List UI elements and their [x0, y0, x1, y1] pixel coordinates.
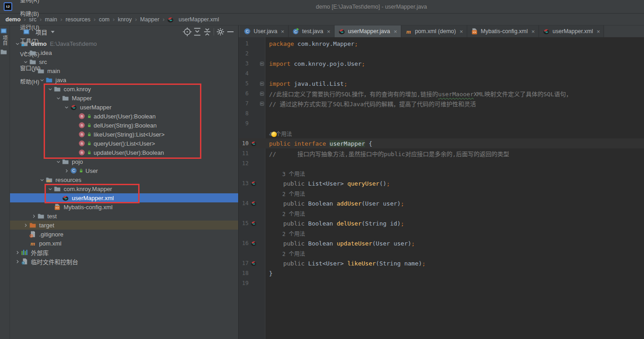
tree-row-queryuser-list-user[interactable]: mqueryUser():List<User> — [10, 139, 238, 148]
tree-row-test[interactable]: test — [10, 211, 238, 221]
chevron-right-icon[interactable] — [30, 212, 37, 220]
code-line[interactable]: public Boolean updateUser(User user); — [265, 240, 415, 247]
code-line[interactable]: public Boolean delUser(String id); — [265, 220, 404, 227]
menu-item-运行-u[interactable]: 运行(U) — [16, 20, 45, 34]
tree-row-deluser-string-boolean[interactable]: mdelUser(String):Boolean — [10, 121, 238, 130]
code-line[interactable]: import com.knroy.pojo.User; — [265, 60, 365, 67]
chevron-down-icon[interactable] — [63, 103, 70, 111]
fold-marker-icon[interactable]: − — [258, 92, 265, 96]
tree-row-java[interactable]: java — [10, 75, 238, 84]
tree-row-resources[interactable]: resources — [10, 175, 238, 184]
tree-row-idea[interactable]: .idea — [10, 48, 238, 57]
code-line[interactable]: //此接口定义了需要执行的SQL操作，有的查询有的增加,链接的userMaooe… — [265, 89, 572, 98]
tree-row-gitignore[interactable]: .gitignore — [10, 230, 238, 239]
chevron-down-icon[interactable] — [38, 176, 45, 183]
tree-row-target[interactable]: target — [10, 221, 238, 230]
locate-icon[interactable] — [182, 27, 192, 37]
breadcrumb-item-com[interactable]: com — [98, 16, 110, 23]
tab-pom-xml-demo[interactable]: mpom.xml (demo)× — [401, 25, 467, 37]
tree-row-外部库[interactable]: 外部库 — [10, 248, 238, 257]
mapper-bird-gutter-icon[interactable] — [249, 140, 258, 147]
usages-hint[interactable]: 2 个用法 — [265, 210, 305, 217]
chevron-right-icon[interactable] — [22, 221, 29, 229]
settings-icon[interactable] — [215, 27, 225, 37]
mapper-bird-gutter-icon[interactable] — [249, 240, 258, 246]
stripe-button-favorites[interactable] — [0, 48, 10, 55]
menu-item-重构-r[interactable]: 重构(R) — [16, 0, 45, 7]
chevron-down-icon[interactable] — [46, 185, 54, 192]
tree-row-user[interactable]: CUser — [10, 166, 238, 175]
chevron-down-icon[interactable] — [38, 76, 45, 84]
tab-test-java[interactable]: Ctest.java× — [289, 25, 334, 37]
code-line[interactable]: } — [265, 270, 273, 277]
tab-usermapper-xml[interactable]: userMapper.xml× — [539, 25, 604, 37]
close-icon[interactable]: × — [327, 29, 330, 34]
intention-bulb-icon[interactable] — [271, 132, 277, 137]
tab-usermapper-java[interactable]: userMapper.java× — [334, 25, 401, 37]
tree-row-adduser-user-boolean[interactable]: maddUser(User):Boolean — [10, 112, 238, 121]
tree-row-com-knroy[interactable]: com.knroy — [10, 84, 238, 93]
breadcrumb-item-resources[interactable]: resources — [65, 16, 91, 23]
usages-hint[interactable]: 3 个用法 — [265, 170, 305, 177]
chevron-down-icon[interactable] — [46, 85, 54, 93]
breadcrumb-file[interactable]: userMapper.xml — [179, 16, 219, 23]
chevron-down-icon[interactable] — [14, 40, 21, 47]
chevron-down-icon[interactable] — [30, 67, 37, 74]
close-icon[interactable]: × — [597, 29, 600, 34]
code-line[interactable]: // 通过这种方式实现了SQL和Java代码的解耦，提高了代码的可维护性和灵活 — [265, 99, 476, 108]
close-icon[interactable]: × — [281, 29, 285, 34]
chevron-down-icon[interactable] — [55, 158, 62, 165]
hide-icon[interactable] — [225, 27, 235, 37]
mapper-bird-gutter-icon[interactable] — [249, 260, 258, 266]
tree-row-mybatis-config-xml[interactable]: <>Mybatis-config.xml — [10, 202, 238, 211]
tab-user-java[interactable]: CUser.java× — [240, 25, 289, 37]
code-line[interactable]: package com.knroy.Mapper; — [265, 40, 358, 47]
chevron-right-icon[interactable] — [63, 167, 70, 174]
breadcrumb-item-mapper[interactable]: Mapper — [139, 16, 160, 23]
stripe-button-项目[interactable]: 项目 — [0, 27, 10, 45]
fold-marker-icon[interactable]: − — [258, 102, 265, 106]
code-line[interactable]: public List<User> likeUser(String name); — [265, 260, 425, 267]
tree-row-likeuser-string-list-user[interactable]: mlikeUser(String):List<User> — [10, 130, 238, 139]
close-icon[interactable]: × — [394, 29, 397, 34]
close-icon[interactable]: × — [531, 29, 535, 34]
expand-all-icon[interactable] — [192, 27, 202, 37]
breadcrumb-item-knroy[interactable]: knroy — [117, 16, 133, 23]
tree-row-main[interactable]: main — [10, 66, 238, 75]
code-line[interactable]: public List<User> queryUser(); — [265, 180, 390, 187]
tree-row-updateuser-user-boolean[interactable]: mupdateUser(User):Boolean — [10, 148, 238, 157]
fold-marker-icon[interactable]: − — [258, 82, 265, 86]
code-line[interactable]: public Boolean addUser(User user); — [265, 200, 404, 207]
editor-code-area[interactable]: 1package com.knroy.Mapper;23−import com.… — [239, 37, 644, 339]
usages-hint[interactable]: 2 个用法 — [265, 230, 305, 237]
mapper-bird-gutter-icon[interactable] — [249, 180, 258, 187]
chevron-down-icon[interactable] — [22, 58, 29, 65]
chevron-right-icon[interactable] — [22, 49, 29, 56]
mapper-bird-gutter-icon[interactable] — [249, 200, 258, 206]
collapse-all-icon[interactable] — [202, 27, 212, 37]
tree-row-src[interactable]: src — [10, 57, 238, 66]
tree-row-usermapper[interactable]: userMapper — [10, 103, 238, 112]
code-line[interactable]: public interface userMapper { — [265, 140, 372, 147]
chevron-down-icon[interactable] — [55, 94, 62, 102]
usages-hint[interactable]: 2 个用法 — [265, 250, 305, 257]
tree-row-usermapper-xml[interactable]: userMapper.xml — [10, 193, 238, 202]
breadcrumb-item-main[interactable]: main — [44, 16, 58, 23]
tree-row-com-knroy-mapper[interactable]: com.knroy.Mapper — [10, 184, 238, 193]
mapper-bird-gutter-icon[interactable] — [249, 220, 258, 226]
tree-row-pojo[interactable]: pojo — [10, 157, 238, 166]
chevron-down-icon[interactable] — [51, 31, 55, 33]
tree-row-mapper[interactable]: Mapper — [10, 93, 238, 103]
code-line[interactable]: import java.util.List; — [265, 80, 347, 87]
chevron-right-icon[interactable] — [14, 258, 21, 265]
usages-hint[interactable]: 2 个用法 — [265, 190, 305, 197]
code-line[interactable]: // 接口内写抽象方法,虽然接口中的public对应接口是多余的,后面写的返回的… — [265, 149, 509, 158]
tab-mybatis-config-xml[interactable]: <>Mybatis-config.xml× — [467, 25, 539, 37]
fold-marker-icon[interactable]: − — [258, 62, 265, 66]
close-icon[interactable]: × — [459, 29, 463, 34]
tree-row-demo[interactable]: demoE:\JavaTest\demo — [10, 39, 238, 48]
chevron-right-icon[interactable] — [14, 249, 21, 256]
tree-row-临时文件和控制台[interactable]: 临时文件和控制台 — [10, 257, 238, 266]
usages-hint[interactable]: 4 个用法 — [265, 130, 292, 138]
tree-row-pom-xml[interactable]: mpom.xml — [10, 239, 238, 248]
